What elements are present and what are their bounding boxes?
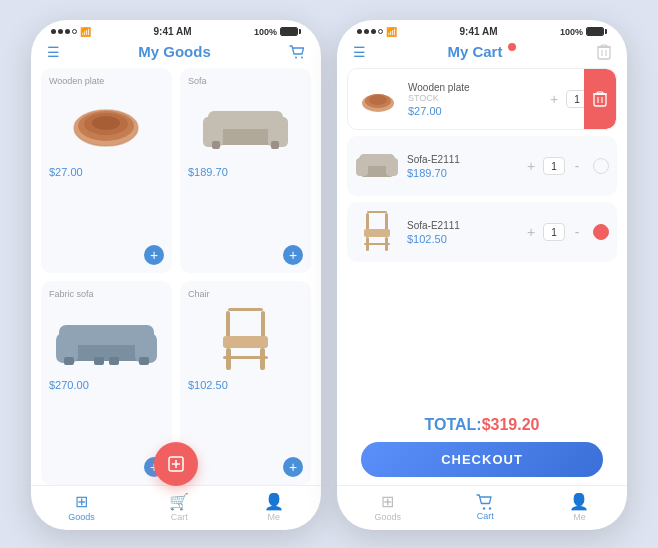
qty-minus-3[interactable]: -	[569, 225, 585, 239]
svg-rect-48	[367, 211, 387, 213]
cart-item-img-1	[356, 77, 400, 121]
dot4	[72, 29, 77, 34]
trash-icon[interactable]	[597, 44, 611, 60]
menu-icon[interactable]: ☰	[47, 44, 60, 60]
battery-fill-1	[281, 28, 297, 35]
qty-plus-1[interactable]: +	[546, 92, 562, 106]
cart-badge	[508, 43, 516, 51]
radio-btn-3[interactable]	[593, 224, 609, 240]
svg-rect-54	[364, 243, 390, 245]
cart-item-info-1: Wooden plate STOCK $27.00	[408, 82, 538, 117]
dot2-2	[364, 29, 369, 34]
svg-rect-18	[139, 357, 149, 365]
goods-item-chair: Chair $102.50 +	[180, 281, 311, 486]
cart-item-img-3	[355, 210, 399, 254]
tab-cart-label-2: Cart	[477, 511, 494, 521]
cart-item-price-1: $27.00	[408, 105, 538, 117]
add-sofa-button[interactable]: +	[283, 245, 303, 265]
cart-item-name-1: Wooden plate	[408, 82, 538, 93]
radio-btn-2[interactable]	[593, 158, 609, 174]
add-chair-button[interactable]: +	[283, 457, 303, 477]
status-time-1: 9:41 AM	[153, 26, 191, 37]
cart-item-3: Sofa-E2111 $102.50 + 1 -	[347, 202, 617, 262]
goods-grid: Wooden plate $27.00 + Sofa	[31, 68, 321, 485]
svg-rect-39	[594, 94, 606, 106]
me-tab-icon-2: 👤	[569, 492, 589, 511]
tab-cart-label-1: Cart	[171, 512, 188, 522]
svg-point-56	[489, 507, 491, 509]
battery-tip-2	[605, 29, 607, 34]
cart-tab-icon-1: 🛒	[169, 492, 189, 511]
cart-item-price-3: $102.50	[407, 233, 515, 245]
qty-control-2: + 1 -	[523, 157, 585, 175]
tab-goods-2[interactable]: ⊞ Goods	[375, 492, 402, 522]
goods-item-fabric-sofa: Fabric sofa $270.00 +	[41, 281, 172, 486]
goods-price-sofa: $189.70	[188, 166, 303, 178]
svg-rect-27	[223, 356, 268, 359]
svg-rect-11	[212, 141, 220, 149]
signal-dots-2	[357, 29, 383, 34]
cart-tab-icon-2	[476, 494, 494, 510]
svg-rect-47	[359, 154, 395, 166]
tab-cart-1[interactable]: 🛒 Cart	[169, 492, 189, 522]
qty-plus-3[interactable]: +	[523, 225, 539, 239]
dot1	[51, 29, 56, 34]
add-plate-button[interactable]: +	[144, 245, 164, 265]
checkout-button[interactable]: CHECKOUT	[361, 442, 603, 477]
goods-item-plate: Wooden plate $27.00 +	[41, 68, 172, 273]
tab-goods[interactable]: ⊞ Goods	[68, 492, 95, 522]
tab-goods-label: Goods	[68, 512, 95, 522]
wifi-icon: 📶	[80, 27, 91, 37]
qty-box-3[interactable]: 1	[543, 223, 565, 241]
me-tab-icon-1: 👤	[264, 492, 284, 511]
goods-phone: 📶 9:41 AM 100% ☰ My Goods Wooden plate	[31, 20, 321, 530]
tab-me-1[interactable]: 👤 Me	[264, 492, 284, 522]
cart-nav-icon[interactable]	[289, 45, 305, 59]
tab-me-2[interactable]: 👤 Me	[569, 492, 589, 522]
fab-button[interactable]	[154, 442, 198, 486]
svg-rect-17	[64, 357, 74, 365]
dot1-2	[357, 29, 362, 34]
qty-box-2[interactable]: 1	[543, 157, 565, 175]
app-container: 📶 9:41 AM 100% ☰ My Goods Wooden plate	[11, 0, 647, 548]
goods-img-sofa	[188, 90, 303, 160]
cart-list: Wooden plate STOCK $27.00 + 1 -	[337, 68, 627, 410]
dot2	[58, 29, 63, 34]
cart-menu-icon[interactable]: ☰	[353, 44, 366, 60]
cart-item-img-2	[355, 144, 399, 188]
svg-point-55	[483, 507, 485, 509]
goods-img-plate	[49, 90, 164, 160]
status-time-2: 9:41 AM	[459, 26, 497, 37]
status-bar-1: 📶 9:41 AM 100%	[31, 20, 321, 39]
wifi-icon-2: 📶	[386, 27, 397, 37]
tab-goods-label-2: Goods	[375, 512, 402, 522]
qty-minus-2[interactable]: -	[569, 159, 585, 173]
qty-control-3: + 1 -	[523, 223, 585, 241]
cart-item-info-2: Sofa-E2111 $189.70	[407, 154, 515, 179]
goods-title: My Goods	[60, 43, 289, 60]
svg-point-0	[295, 56, 297, 58]
status-left-1: 📶	[51, 27, 91, 37]
dot3-2	[371, 29, 376, 34]
cart-item-price-2: $189.70	[407, 167, 515, 179]
battery-1: 100%	[254, 27, 301, 37]
svg-rect-19	[94, 357, 104, 365]
svg-rect-49	[366, 213, 369, 231]
cart-item-info-3: Sofa-E2111 $102.50	[407, 220, 515, 245]
cart-nav-header: ☰ My Cart	[337, 39, 627, 68]
cart-item-name-3: Sofa-E2111	[407, 220, 515, 231]
svg-rect-16	[59, 325, 154, 345]
cart-title-wrap: My Cart	[366, 43, 597, 60]
goods-price-chair: $102.50	[188, 379, 303, 391]
svg-rect-10	[208, 111, 283, 129]
battery-fill-2	[587, 28, 603, 35]
delete-button-1[interactable]	[584, 69, 616, 129]
qty-plus-2[interactable]: +	[523, 159, 539, 173]
tab-cart-2[interactable]: Cart	[476, 494, 494, 521]
goods-label-chair: Chair	[188, 289, 303, 299]
svg-rect-51	[364, 229, 390, 237]
tab-me-label-2: Me	[573, 512, 586, 522]
goods-tab-icon-2: ⊞	[381, 492, 394, 511]
battery-body-1	[280, 27, 298, 36]
svg-rect-21	[228, 308, 263, 311]
